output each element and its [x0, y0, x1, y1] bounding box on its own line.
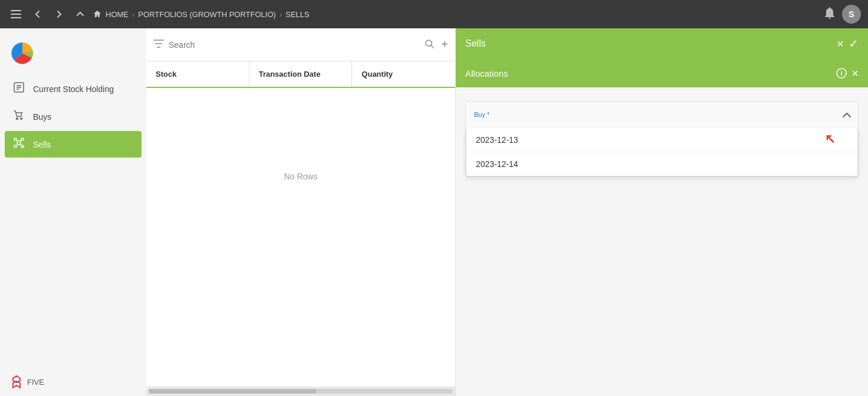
- table-header: Stock Transaction Date Quantity: [146, 61, 455, 88]
- breadcrumb: HOME › PORTFOLIOS (GROWTH PORTFOLIO) › S…: [93, 10, 310, 19]
- allocations-info-button[interactable]: i: [836, 68, 847, 78]
- breadcrumb-sells[interactable]: SELLS: [285, 10, 309, 19]
- sidebar-item-buys[interactable]: Buys: [5, 103, 142, 130]
- sidebar-item-label-sells: Sells: [33, 140, 51, 149]
- svg-rect-2: [11, 17, 21, 18]
- topbar-right: S: [824, 5, 861, 24]
- svg-point-14: [14, 145, 17, 148]
- buy-option-1[interactable]: 2023-12-13: [466, 128, 857, 152]
- right-panel: Sells × ✓ Allocations i ×: [455, 28, 868, 396]
- svg-point-12: [14, 138, 17, 140]
- five-logo-text: FIVE: [27, 378, 44, 387]
- sells-confirm-button[interactable]: ✓: [849, 37, 859, 51]
- buy-field-label: Buy *: [473, 111, 489, 118]
- col-header-transaction-date: Transaction Date: [249, 61, 353, 87]
- svg-point-21: [15, 381, 18, 383]
- sells-header: Sells × ✓: [456, 28, 868, 59]
- breadcrumb-portfolios[interactable]: PORTFOLIOS (GROWTH PORTFOLIO): [138, 10, 276, 19]
- forward-button[interactable]: [51, 7, 67, 21]
- sells-header-buttons: × ✓: [837, 37, 859, 51]
- scrollbar-track: [149, 389, 453, 394]
- allocations-header-buttons: i ×: [836, 67, 859, 80]
- sidebar-nav: Current Stock Holding Buys: [0, 76, 146, 158]
- allocations-title: Allocations: [465, 68, 836, 78]
- svg-point-13: [21, 138, 24, 140]
- allocations-close-button[interactable]: ×: [851, 67, 859, 80]
- buy-field-group: Buy *: [465, 102, 859, 177]
- sidebar-item-label-buys: Buys: [33, 112, 51, 122]
- horizontal-scrollbar[interactable]: [146, 387, 455, 396]
- svg-line-19: [20, 145, 21, 146]
- buy-dropdown-list: 2023-12-13 2023-12-14: [466, 128, 858, 176]
- add-button[interactable]: +: [441, 38, 448, 51]
- buys-icon: [12, 109, 26, 124]
- sells-close-button[interactable]: ×: [837, 37, 844, 51]
- col-header-quantity: Quantity: [352, 61, 455, 87]
- app-logo: [9, 40, 35, 66]
- sidebar-logo: [0, 33, 146, 76]
- svg-point-9: [17, 118, 18, 120]
- buy-dropdown[interactable]: Buy *: [465, 102, 859, 177]
- chevron-up-icon: [843, 110, 851, 120]
- no-rows-label: No Rows: [146, 88, 455, 265]
- sells-panel-title: Sells: [465, 38, 837, 49]
- filter-icon: [153, 40, 164, 50]
- data-table: No Rows: [146, 88, 455, 387]
- up-button[interactable]: [72, 7, 88, 21]
- svg-line-18: [17, 145, 18, 146]
- sidebar: Current Stock Holding Buys: [0, 28, 146, 396]
- sidebar-item-current-stock[interactable]: Current Stock Holding: [5, 76, 142, 102]
- content-area: + Stock Transaction Date Quantity No Row…: [146, 28, 455, 396]
- buy-option-2[interactable]: 2023-12-14: [466, 152, 857, 176]
- svg-point-11: [17, 141, 21, 145]
- menu-button[interactable]: [7, 8, 25, 21]
- svg-rect-0: [11, 10, 21, 11]
- svg-line-17: [20, 140, 21, 142]
- svg-point-3: [829, 17, 831, 19]
- sells-icon: [12, 137, 26, 152]
- scrollbar-thumb: [149, 389, 316, 394]
- svg-text:i: i: [841, 70, 843, 77]
- breadcrumb-home[interactable]: HOME: [93, 10, 129, 19]
- search-input[interactable]: [169, 40, 420, 50]
- current-stock-icon: [12, 81, 26, 96]
- search-icons: +: [425, 38, 448, 51]
- search-button[interactable]: [425, 39, 434, 51]
- back-button[interactable]: [29, 7, 46, 21]
- svg-line-16: [17, 140, 18, 142]
- sidebar-item-label-current-stock: Current Stock Holding: [33, 84, 114, 94]
- main-layout: Current Stock Holding Buys: [0, 28, 868, 396]
- svg-line-26: [431, 45, 433, 48]
- topbar: HOME › PORTFOLIOS (GROWTH PORTFOLIO) › S…: [0, 0, 868, 28]
- five-logo-icon: [9, 375, 24, 389]
- search-bar: +: [146, 28, 455, 61]
- breadcrumb-sep-1: ›: [132, 10, 134, 19]
- sidebar-item-sells[interactable]: Sells: [5, 131, 142, 158]
- svg-rect-1: [11, 14, 21, 15]
- notification-button[interactable]: [824, 7, 835, 22]
- breadcrumb-sep-2: ›: [280, 10, 282, 19]
- svg-point-10: [21, 118, 22, 120]
- col-header-stock: Stock: [146, 61, 249, 87]
- allocations-body: Buy *: [456, 87, 868, 396]
- buy-dropdown-trigger[interactable]: Buy *: [466, 102, 858, 128]
- svg-point-15: [21, 145, 24, 148]
- sidebar-footer: FIVE: [0, 368, 146, 396]
- allocations-panel-header: Allocations i ×: [456, 59, 868, 87]
- avatar[interactable]: S: [842, 5, 861, 24]
